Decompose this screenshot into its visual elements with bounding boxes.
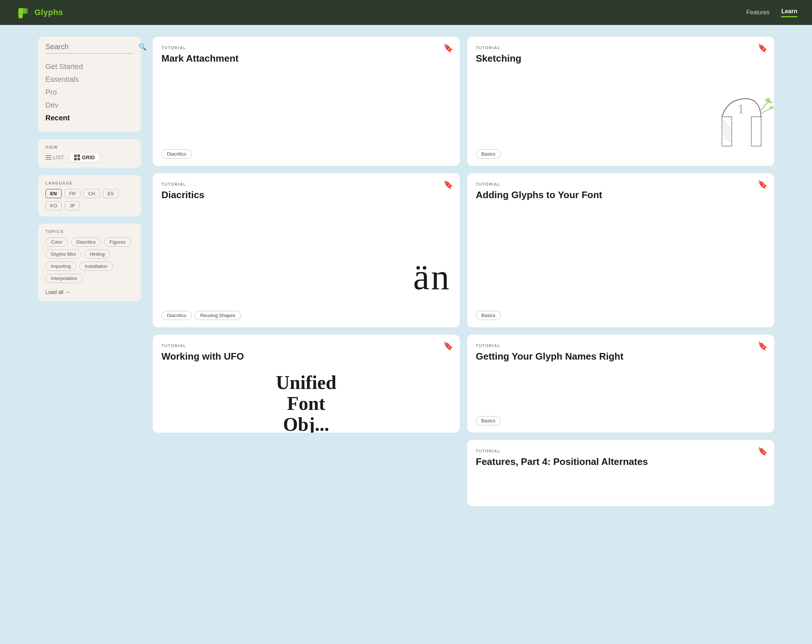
sketching-illustration: 1: [716, 91, 774, 149]
card-label-mark-attachment: TUTORIAL: [162, 46, 451, 50]
view-grid[interactable]: GRID: [70, 153, 99, 162]
bookmark-ufo[interactable]: 🔖: [443, 341, 453, 351]
bookmark-sketching[interactable]: 🔖: [758, 43, 768, 53]
tag-diacritics: Diacritics: [162, 149, 192, 158]
card-tags-sketching: Basics: [467, 149, 774, 166]
sketching-image: 1: [467, 76, 774, 149]
sidebar-language-card: LANGUAGE EN FR CH ES KO JP: [38, 175, 141, 216]
card-tags-mark-attachment: Diacritics: [162, 149, 451, 158]
card-sketching: TUTORIAL Sketching: [467, 37, 774, 166]
navbar: Glyphs Features Learn: [0, 0, 812, 25]
bookmark-adding-glyphs[interactable]: 🔖: [758, 180, 768, 189]
card-label-glyph-names: TUTORIAL: [476, 344, 765, 348]
view-options: LIST GRID: [46, 153, 134, 162]
card-tags-adding-glyphs: Basics: [476, 311, 765, 320]
card-tags-diacritics: Diacritics Reusing Shapes: [153, 311, 460, 327]
lang-jp[interactable]: JP: [65, 201, 80, 210]
tag-basics-glyphs: Basics: [476, 311, 501, 320]
card-tags-glyph-names: Basics: [476, 416, 765, 425]
svg-text:1: 1: [737, 102, 744, 116]
bookmark-glyph-names[interactable]: 🔖: [758, 341, 768, 351]
ufo-text: UnifiedFontObj...: [276, 372, 336, 433]
ufo-preview: UnifiedFontObj...: [153, 374, 460, 432]
list-icon: [46, 155, 52, 160]
topic-glyphs-mini[interactable]: Glyphs Mini: [46, 250, 81, 259]
glyphs-logo: [15, 5, 31, 21]
topic-interpolation[interactable]: Interpolation: [46, 274, 83, 283]
card-label-adding-glyphs: TUTORIAL: [476, 182, 765, 186]
navbar-links: Features Learn: [746, 8, 797, 17]
svg-rect-2: [751, 117, 761, 146]
topic-color[interactable]: Color: [46, 238, 68, 247]
lang-ko[interactable]: KO: [46, 201, 62, 210]
sidebar-nav-item-essentials[interactable]: Essentials: [46, 73, 134, 86]
nav-learn[interactable]: Learn: [781, 8, 797, 17]
sidebar-search-card: 🔍 Get Started Essentials Pro Dev Recent: [38, 37, 141, 132]
main-content: TUTORIAL Mark Attachment Diacritics 🔖 TU…: [153, 37, 774, 506]
card-title-mark-attachment: Mark Attachment: [162, 53, 451, 64]
card-title-features: Features, Part 4: Positional Alternates: [476, 456, 765, 467]
navbar-brand: Glyphs: [15, 5, 63, 21]
tag-basics-glyph-names: Basics: [476, 416, 501, 425]
nav-features[interactable]: Features: [746, 9, 769, 16]
card-title-sketching: Sketching: [476, 53, 765, 64]
card-glyph-names: TUTORIAL Getting Your Glyph Names Right …: [467, 335, 774, 432]
sidebar: 🔍 Get Started Essentials Pro Dev Recent …: [38, 37, 141, 506]
search-input-wrapper: 🔍: [46, 43, 134, 53]
card-diacritics: TUTORIAL Diacritics än Diacritics Reusin…: [153, 173, 460, 327]
lang-fr[interactable]: FR: [65, 189, 81, 198]
card-features-part4: TUTORIAL Features, Part 4: Positional Al…: [467, 440, 774, 506]
sidebar-topics-card: TOPICS Color Diacritics Figures Glyphs M…: [38, 224, 141, 301]
search-icon: 🔍: [139, 43, 147, 51]
view-list[interactable]: LIST: [46, 154, 64, 160]
tag-reusing-shapes: Reusing Shapes: [195, 311, 241, 320]
topic-hinting[interactable]: Hinting: [84, 250, 110, 259]
language-options: EN FR CH ES KO JP: [46, 189, 134, 210]
lang-ch[interactable]: CH: [83, 189, 100, 198]
lang-es[interactable]: ES: [103, 189, 119, 198]
card-title-glyph-names: Getting Your Glyph Names Right: [476, 351, 765, 362]
card-ufo: TUTORIAL Working with UFO UnifiedFontObj…: [153, 335, 460, 432]
sidebar-nav-item-recent[interactable]: Recent: [46, 111, 134, 125]
card-label-ufo: TUTORIAL: [162, 344, 451, 348]
sidebar-nav-item-pro[interactable]: Pro: [46, 86, 134, 99]
tag-basics-sketching: Basics: [476, 149, 501, 158]
bookmark-diacritics[interactable]: 🔖: [443, 180, 453, 189]
sidebar-nav-item-dev[interactable]: Dev: [46, 99, 134, 111]
card-label-sketching: TUTORIAL: [476, 46, 765, 50]
grid-icon: [74, 154, 80, 160]
search-input[interactable]: [46, 43, 139, 51]
card-label-features: TUTORIAL: [476, 449, 765, 453]
topics-list: Color Diacritics Figures Glyphs Mini Hin…: [46, 238, 134, 283]
sidebar-nav-item-get-started[interactable]: Get Started: [46, 60, 134, 73]
card-adding-glyphs: TUTORIAL Adding Glyphs to Your Font Basi…: [467, 173, 774, 327]
card-title-ufo: Working with UFO: [162, 351, 451, 362]
view-label: VIEW: [46, 145, 134, 149]
load-all-link[interactable]: Load all →: [46, 289, 70, 295]
tag-diacritics-2: Diacritics: [162, 311, 192, 320]
topic-diacritics[interactable]: Diacritics: [71, 238, 101, 247]
topic-installation[interactable]: Installation: [79, 262, 113, 271]
diacritics-preview: än: [153, 248, 460, 306]
bookmark-mark-attachment[interactable]: 🔖: [443, 43, 453, 53]
topic-figures[interactable]: Figures: [104, 238, 131, 247]
navbar-title: Glyphs: [35, 8, 63, 17]
sidebar-view-card: VIEW LIST GRID: [38, 139, 141, 168]
card-label-diacritics: TUTORIAL: [162, 182, 451, 186]
bookmark-features[interactable]: 🔖: [758, 446, 768, 456]
topic-importing[interactable]: Importing: [46, 262, 76, 271]
topics-label: TOPICS: [46, 229, 134, 234]
language-label: LANGUAGE: [46, 181, 134, 185]
diacritics-text: än: [413, 259, 450, 295]
card-mark-attachment: TUTORIAL Mark Attachment Diacritics 🔖: [153, 37, 460, 166]
card-title-diacritics: Diacritics: [162, 189, 451, 201]
lang-en[interactable]: EN: [46, 189, 62, 198]
page-container: 🔍 Get Started Essentials Pro Dev Recent …: [21, 25, 792, 524]
card-title-adding-glyphs: Adding Glyphs to Your Font: [476, 189, 765, 201]
